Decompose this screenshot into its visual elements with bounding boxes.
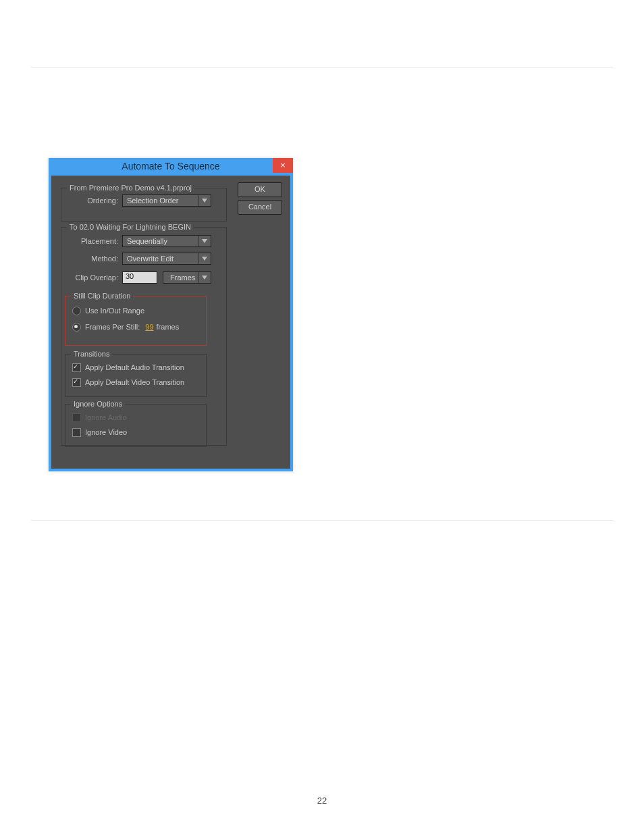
chevron-down-icon [198, 253, 211, 264]
radio-use-in-out-range[interactable]: Use In/Out Range [72, 305, 144, 316]
checkbox-icon [72, 428, 81, 437]
check-default-video-transition-label: Apply Default Video Transition [85, 378, 184, 386]
placement-value: Sequentially [127, 237, 167, 245]
method-label: Method: [61, 255, 118, 263]
group-ignore-options: Ignore Options Ignore Audio Ignore Video [65, 400, 207, 447]
method-value: Overwrite Edit [127, 255, 173, 263]
group-still-clip-duration: Still Clip Duration Use In/Out Range Fra… [65, 292, 207, 346]
dialog-body: OK Cancel From Premiere Pro Demo v4.1.pr… [51, 176, 290, 469]
clip-overlap-value: 30 [126, 272, 134, 280]
frames-per-still-unit: frames [157, 323, 180, 331]
page-number: 22 [0, 796, 644, 806]
close-button[interactable]: × [273, 158, 293, 173]
group-transitions: Transitions Apply Default Audio Transiti… [65, 350, 207, 397]
group-to-legend: To 02.0 Waiting For Lightning BEGIN [67, 223, 194, 231]
clip-overlap-input[interactable]: 30 [122, 271, 157, 284]
checkbox-icon [72, 363, 81, 372]
automate-to-sequence-dialog: Automate To Sequence × OK Cancel From Pr… [49, 158, 293, 471]
check-default-video-transition[interactable]: Apply Default Video Transition [72, 377, 184, 388]
clip-overlap-label: Clip Overlap: [61, 273, 118, 282]
check-default-audio-transition-label: Apply Default Audio Transition [85, 363, 184, 371]
radio-use-in-out-range-label: Use In/Out Range [85, 307, 144, 315]
clip-overlap-units: Frames [170, 273, 195, 282]
radio-frames-per-still[interactable]: Frames Per Still: 99 frames [72, 321, 179, 332]
placement-dropdown[interactable]: Sequentially [122, 235, 211, 247]
ordering-value: Selection Order [127, 197, 178, 205]
ordering-dropdown[interactable]: Selection Order [122, 194, 211, 207]
checkbox-icon [72, 413, 81, 422]
group-transitions-legend: Transitions [71, 350, 112, 358]
radio-icon [72, 323, 81, 332]
check-default-audio-transition[interactable]: Apply Default Audio Transition [72, 362, 184, 373]
radio-frames-per-still-label: Frames Per Still: [85, 323, 140, 331]
clip-overlap-units-dropdown[interactable]: Frames [163, 271, 211, 284]
document-page: Automate To Sequence × OK Cancel From Pr… [0, 0, 644, 834]
horizontal-rule-top [31, 67, 613, 68]
placement-label: Placement: [61, 237, 118, 245]
check-ignore-audio: Ignore Audio [72, 412, 127, 423]
radio-icon [72, 307, 81, 315]
check-ignore-video[interactable]: Ignore Video [72, 427, 127, 438]
dialog-title: Automate To Sequence [49, 161, 293, 172]
group-ignore-legend: Ignore Options [71, 400, 125, 408]
group-from-legend: From Premiere Pro Demo v4.1.prproj [67, 184, 194, 192]
chevron-down-icon [198, 195, 211, 206]
chevron-down-icon [198, 236, 211, 246]
dialog-titlebar[interactable]: Automate To Sequence × [49, 158, 293, 176]
method-dropdown[interactable]: Overwrite Edit [122, 253, 211, 265]
group-from: From Premiere Pro Demo v4.1.prproj Order… [61, 184, 227, 221]
frames-per-still-value[interactable]: 99 [145, 323, 153, 331]
horizontal-rule-bottom [31, 520, 613, 521]
group-still-legend: Still Clip Duration [71, 292, 133, 300]
check-ignore-video-label: Ignore Video [85, 428, 127, 436]
ok-button[interactable]: OK [238, 182, 282, 197]
cancel-button[interactable]: Cancel [238, 200, 282, 215]
chevron-down-icon [198, 272, 211, 283]
check-ignore-audio-label: Ignore Audio [85, 413, 127, 421]
checkbox-icon [72, 378, 81, 387]
close-icon: × [280, 160, 286, 170]
ordering-label: Ordering: [61, 197, 118, 205]
